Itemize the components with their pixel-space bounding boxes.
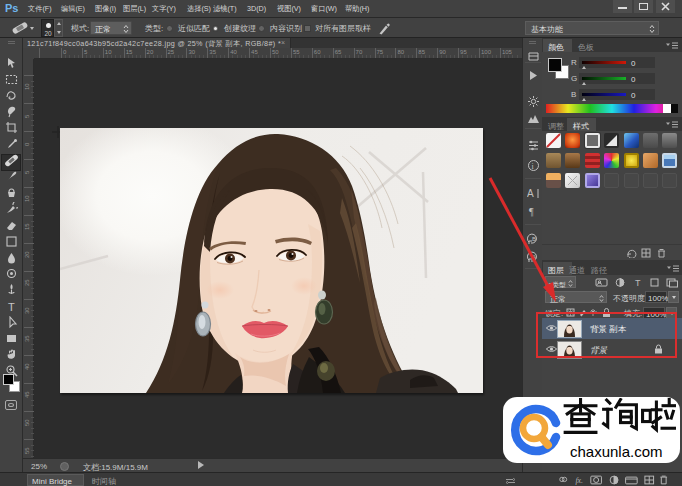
svg-text:T: T: [8, 301, 15, 313]
svg-text:i: i: [531, 162, 534, 171]
svg-text:T: T: [635, 278, 641, 288]
svg-text:fx.: fx.: [575, 476, 583, 485]
